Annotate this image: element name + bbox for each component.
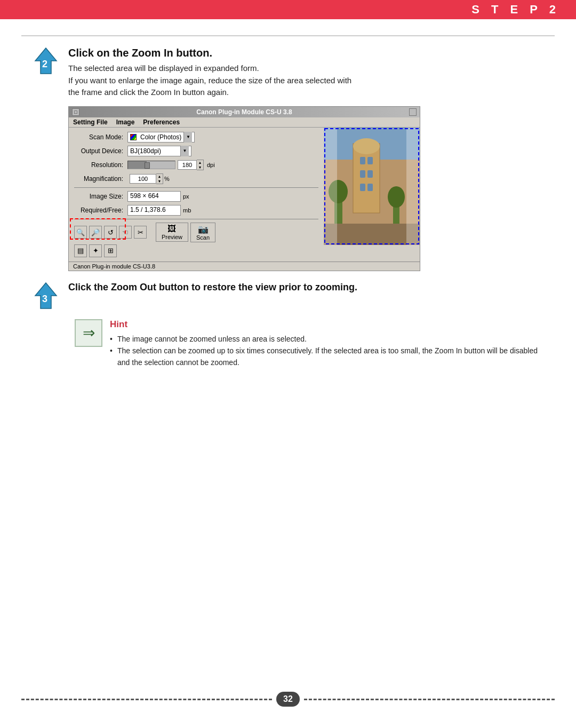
tool-btn-1[interactable]: ▤ bbox=[74, 244, 87, 257]
svg-rect-11 bbox=[367, 184, 373, 191]
window-preview-panel bbox=[324, 128, 420, 262]
window-close-btn[interactable]: □ bbox=[72, 108, 79, 116]
svg-text:2: 2 bbox=[42, 59, 47, 69]
hint-block: ⇒ Hint The image cannot be zoomed unless… bbox=[75, 319, 544, 369]
scan-mode-select[interactable]: Color (Photos) ▼ bbox=[127, 132, 195, 143]
magnification-spinner[interactable]: 100 ▲ ▼ % bbox=[130, 173, 170, 184]
top-divider bbox=[21, 35, 555, 36]
magnification-spinner-arrows[interactable]: ▲ ▼ bbox=[156, 173, 163, 184]
required-free-value: 1.5 / 1,378.6 bbox=[127, 205, 181, 216]
hint-list: The image cannot be zoomed unless an are… bbox=[110, 333, 544, 369]
preview-image bbox=[324, 128, 420, 245]
svg-rect-17 bbox=[324, 128, 337, 245]
hint-item-1: The image cannot be zoomed unless an are… bbox=[110, 333, 544, 345]
preview-icon: 🖼 bbox=[167, 224, 176, 234]
image-size-value: 598 × 664 bbox=[127, 191, 181, 202]
toolbar-separator bbox=[74, 219, 318, 219]
hint-content: Hint The image cannot be zoomed unless a… bbox=[110, 319, 544, 369]
step-label: S T E P 2 bbox=[471, 3, 560, 17]
scan-mode-value[interactable]: Color (Photos) ▼ bbox=[127, 132, 195, 143]
required-free-label: Required/Free: bbox=[74, 207, 127, 214]
magnification-value: 100 bbox=[130, 174, 156, 184]
resolution-spinner-arrows[interactable]: ▲ ▼ bbox=[197, 160, 204, 170]
menu-preferences[interactable]: Preferences bbox=[143, 118, 180, 126]
resolution-down-arrow[interactable]: ▼ bbox=[197, 165, 203, 170]
resolution-spinner[interactable]: 180 ▲ ▼ bbox=[178, 160, 204, 170]
window-title: Canon Plug-in Module CS-U 3.8 bbox=[79, 108, 409, 116]
step2-icon: 2 bbox=[32, 47, 60, 75]
resolution-up-arrow[interactable]: ▲ bbox=[197, 160, 203, 165]
svg-rect-7 bbox=[367, 157, 373, 164]
resolution-unit: dpi bbox=[207, 162, 215, 168]
window-minimize-btn[interactable] bbox=[409, 108, 417, 116]
hint-item-2: The selection can be zoomed up to six ti… bbox=[110, 345, 544, 369]
status-bar: Canon Plug-in module CS-U3.8 bbox=[69, 262, 420, 271]
svg-point-15 bbox=[388, 186, 405, 208]
rotate-btn[interactable]: ↺ bbox=[104, 226, 117, 239]
tool-btn-2[interactable]: ✦ bbox=[89, 244, 102, 257]
top-bar: S T E P 2 bbox=[0, 0, 576, 19]
hint-title: Hint bbox=[110, 319, 544, 330]
crop-btn[interactable]: ✂ bbox=[134, 226, 147, 239]
scan-icon: 📷 bbox=[198, 224, 209, 234]
resolution-value: 180 bbox=[178, 160, 197, 170]
magnification-label: Magnification: bbox=[74, 175, 127, 183]
resolution-slider-container: 180 ▲ ▼ dpi bbox=[127, 160, 215, 170]
scan-label: Scan bbox=[196, 234, 210, 241]
resolution-slider[interactable] bbox=[127, 161, 175, 169]
resolution-row: Resolution: 180 ▲ ▼ bbox=[74, 160, 318, 170]
color-square-icon bbox=[130, 134, 137, 140]
scan-btn[interactable]: 📷 Scan bbox=[190, 223, 215, 242]
image-size-label: Image Size: bbox=[74, 193, 127, 200]
output-device-value[interactable]: BJ(180dpi) ▼ bbox=[127, 146, 191, 156]
toolbar-row: 🔍 🔎 ↺ ☜ ✂ 🖼 Preview 📷 bbox=[74, 223, 318, 242]
zoom-in-btn[interactable]: 🔍 bbox=[74, 226, 87, 239]
bottom-area: 32 bbox=[0, 692, 576, 707]
svg-text:3: 3 bbox=[42, 294, 47, 304]
step3-title: Click the Zoom Out button to restore the… bbox=[68, 282, 357, 293]
hint-arrow-icon: ⇒ bbox=[83, 324, 95, 342]
step2-desc: The selected area will be displayed in e… bbox=[68, 62, 420, 99]
form-separator bbox=[74, 187, 318, 188]
image-size-row: Image Size: 598 × 664 px bbox=[74, 191, 318, 202]
required-free-unit: mb bbox=[183, 207, 191, 213]
step3-block: 3 Click the Zoom Out button to restore t… bbox=[32, 282, 544, 310]
bottom-dash-left bbox=[21, 699, 272, 700]
magnification-row: Magnification: 100 ▲ ▼ % bbox=[74, 173, 318, 184]
window-left-panel: Scan Mode: Color (Photos) ▼ bbox=[69, 128, 324, 262]
window-titlebar: □ Canon Plug-in Module CS-U 3.8 bbox=[69, 107, 420, 117]
svg-rect-6 bbox=[360, 157, 365, 164]
required-free-row: Required/Free: 1.5 / 1,378.6 mb bbox=[74, 205, 318, 216]
output-device-arrow[interactable]: ▼ bbox=[180, 146, 189, 156]
step3-content: Click the Zoom Out button to restore the… bbox=[68, 282, 357, 296]
menu-image[interactable]: Image bbox=[116, 118, 135, 126]
step3-icon: 3 bbox=[32, 282, 60, 310]
hand-btn[interactable]: ☜ bbox=[119, 226, 132, 239]
scan-mode-row: Scan Mode: Color (Photos) ▼ bbox=[74, 132, 318, 143]
output-device-select[interactable]: BJ(180dpi) ▼ bbox=[127, 146, 191, 156]
svg-rect-18 bbox=[406, 128, 420, 245]
output-device-label: Output Device: bbox=[74, 147, 127, 155]
step2-title: Click on the Zoom In button. bbox=[68, 47, 420, 59]
svg-rect-16 bbox=[324, 224, 420, 245]
step2-content: Click on the Zoom In button. The selecte… bbox=[68, 47, 420, 271]
hint-icon: ⇒ bbox=[75, 319, 102, 347]
bottom-dash-right bbox=[304, 699, 555, 700]
svg-rect-9 bbox=[367, 170, 373, 178]
magnification-down-arrow[interactable]: ▼ bbox=[156, 179, 163, 184]
plugin-window: □ Canon Plug-in Module CS-U 3.8 Setting … bbox=[68, 106, 420, 271]
magnification-up-arrow[interactable]: ▲ bbox=[156, 174, 163, 179]
tool-btn-3[interactable]: ⊞ bbox=[104, 244, 117, 257]
scan-mode-arrow[interactable]: ▼ bbox=[183, 132, 192, 143]
step2-block: 2 Click on the Zoom In button. The selec… bbox=[32, 47, 544, 271]
zoom-out-btn[interactable]: 🔎 bbox=[89, 226, 102, 239]
image-size-unit: px bbox=[183, 193, 189, 200]
menu-setting-file[interactable]: Setting File bbox=[73, 118, 108, 126]
preview-label: Preview bbox=[162, 234, 182, 240]
toolbar-row2: ▤ ✦ ⊞ bbox=[74, 244, 318, 257]
svg-point-5 bbox=[353, 138, 380, 154]
magnification-unit: % bbox=[164, 176, 170, 182]
resolution-label: Resolution: bbox=[74, 161, 127, 169]
scan-mode-label: Scan Mode: bbox=[74, 133, 127, 141]
preview-btn[interactable]: 🖼 Preview bbox=[156, 223, 188, 242]
